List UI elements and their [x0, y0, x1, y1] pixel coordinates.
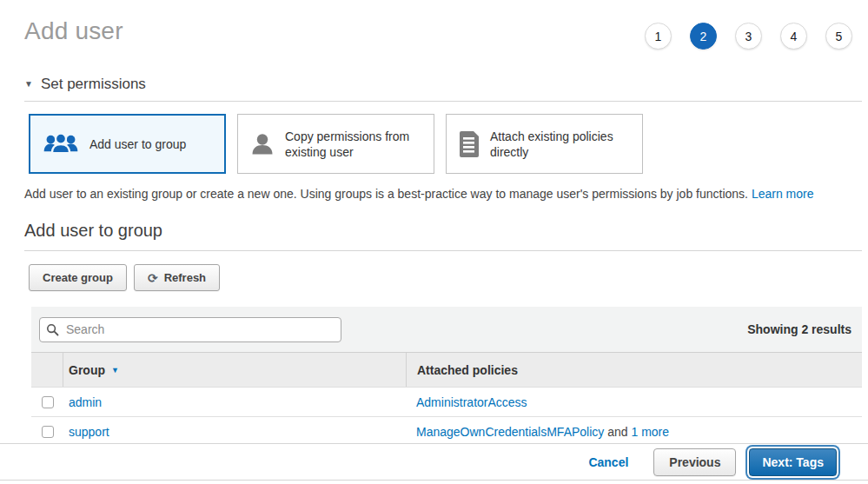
create-group-button[interactable]: Create group: [29, 264, 127, 291]
checkbox-cell: [31, 417, 63, 446]
column-header-attached-policies[interactable]: Attached policies: [406, 353, 862, 387]
policies-column-label: Attached policies: [417, 363, 518, 377]
set-permissions-section-toggle[interactable]: ▼ Set permissions: [24, 76, 844, 93]
select-all-cell: [31, 353, 63, 387]
step-1[interactable]: 1: [645, 23, 672, 50]
group-cell: admin: [63, 395, 406, 409]
group-link[interactable]: support: [69, 425, 109, 439]
table-row-admin: admin AdministratorAccess: [31, 387, 862, 416]
permission-option-cards: Add user to group Copy permissions from …: [29, 114, 868, 174]
row-checkbox[interactable]: [42, 396, 54, 408]
option-label: Add user to group: [89, 136, 186, 152]
table-header-row: Group ▼ Attached policies: [31, 352, 862, 387]
step-3[interactable]: 3: [735, 23, 762, 50]
step-5[interactable]: 5: [825, 23, 852, 50]
section-title: Set permissions: [41, 76, 146, 93]
policy-link[interactable]: AdministratorAccess: [416, 395, 527, 409]
step-4[interactable]: 4: [780, 23, 807, 50]
previous-label: Previous: [669, 455, 720, 469]
refresh-icon: ⟳: [148, 272, 158, 284]
search-input[interactable]: [39, 317, 341, 342]
search-icon: [46, 323, 59, 340]
collapse-arrow-icon: ▼: [24, 79, 33, 89]
results-count: Showing 2 results: [747, 322, 851, 336]
policy-link[interactable]: ManageOwnCredentialsMFAPolicy: [416, 425, 604, 439]
table-row-support: support ManageOwnCredentialsMFAPolicy an…: [31, 416, 862, 446]
column-header-group[interactable]: Group ▼: [63, 363, 406, 377]
option-add-user-to-group[interactable]: Add user to group: [29, 114, 226, 174]
refresh-label: Refresh: [164, 271, 206, 284]
next-label: Next: Tags: [762, 455, 824, 469]
option-label: Copy permissions from existing user: [285, 129, 425, 160]
learn-more-link[interactable]: Learn more: [752, 187, 814, 201]
step-2-active[interactable]: 2: [690, 23, 717, 50]
group-toolbar: Create group ⟳ Refresh: [29, 264, 868, 291]
user-icon: [249, 131, 275, 157]
table-toolbar: Showing 2 results: [31, 307, 862, 352]
policies-cell: AdministratorAccess: [406, 395, 862, 409]
more-policies-link[interactable]: 1 more: [631, 425, 669, 439]
group-column-label: Group: [69, 363, 105, 377]
document-icon: [458, 131, 480, 157]
and-text: and: [607, 425, 627, 439]
add-user-wizard-page: Add user 1 2 3 4 5 ▼ Set permissions: [0, 0, 868, 484]
sort-desc-icon: ▼: [111, 366, 119, 375]
page-title: Add user: [24, 17, 123, 45]
description-text: Add user to an existing group or create …: [24, 187, 748, 201]
wizard-header: Add user 1 2 3 4 5: [0, 0, 868, 50]
policies-cell: ManageOwnCredentialsMFAPolicy and 1 more: [406, 425, 862, 439]
search-box: [39, 317, 341, 342]
section-divider: [24, 101, 862, 102]
option-label: Attach existing policies directly: [490, 129, 633, 160]
group-cell: support: [63, 425, 406, 439]
create-group-label: Create group: [43, 271, 113, 284]
option-copy-permissions[interactable]: Copy permissions from existing user: [237, 114, 434, 174]
checkbox-cell: [31, 388, 63, 416]
wizard-footer: Cancel Previous Next: Tags: [0, 443, 868, 481]
user-group-icon: [42, 131, 80, 156]
add-user-to-group-title: Add user to group: [24, 221, 862, 251]
next-tags-button[interactable]: Next: Tags: [749, 448, 837, 476]
previous-button[interactable]: Previous: [653, 448, 736, 476]
row-checkbox[interactable]: [42, 426, 54, 438]
cancel-link[interactable]: Cancel: [588, 455, 628, 469]
section-description: Add user to an existing group or create …: [24, 187, 844, 201]
step-indicator: 1 2 3 4 5: [645, 23, 852, 50]
groups-table: Showing 2 results Group ▼ Attached polic…: [31, 307, 862, 447]
group-link[interactable]: admin: [69, 395, 102, 409]
option-attach-policies[interactable]: Attach existing policies directly: [446, 114, 643, 174]
refresh-button[interactable]: ⟳ Refresh: [134, 264, 220, 291]
